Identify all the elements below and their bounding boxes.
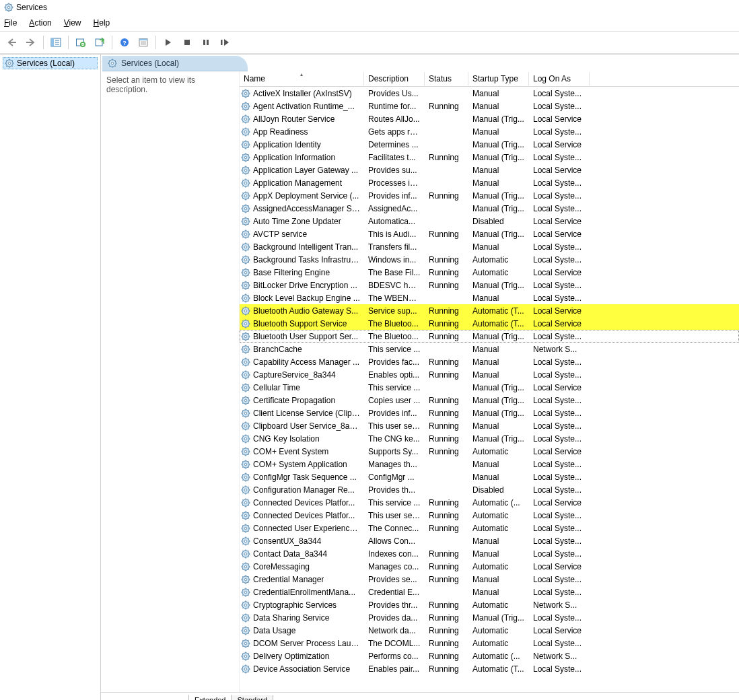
service-row[interactable]: App ReadinessGets apps re...ManualLocal … (240, 125, 739, 138)
service-row[interactable]: Cryptographic ServicesProvides thr...Run… (240, 598, 739, 611)
service-name-cell: Capability Access Manager ... (240, 357, 364, 367)
service-row[interactable]: CredentialEnrollmentMana...Credential E.… (240, 586, 739, 598)
service-row[interactable]: Bluetooth Audio Gateway S...Service sup.… (240, 304, 739, 317)
service-list-pane: Name ▴ Description Status Startup Type L… (239, 71, 739, 692)
service-row[interactable]: Certificate PropagationCopies user ...Ru… (240, 394, 739, 407)
service-row[interactable]: AllJoyn Router ServiceRoutes AllJo...Man… (240, 112, 739, 125)
start-service-button[interactable] (160, 34, 176, 50)
gear-icon (241, 281, 250, 290)
service-desc: Transfers fil... (364, 242, 425, 252)
service-row[interactable]: CNG Key IsolationThe CNG ke...RunningMan… (240, 432, 739, 445)
service-name-cell: Agent Activation Runtime_... (240, 102, 364, 111)
menu-file[interactable]: File (4, 18, 17, 28)
service-row[interactable]: COM+ Event SystemSupports Sy...RunningAu… (240, 445, 739, 458)
tab-extended[interactable]: Extended (188, 695, 232, 700)
list-body[interactable]: ActiveX Installer (AxInstSV)Provides Us.… (240, 87, 739, 692)
service-row[interactable]: Application IdentityDetermines ...Manual… (240, 138, 739, 151)
menu-action[interactable]: Action (29, 18, 51, 28)
service-name-cell: Contact Data_8a344 (240, 549, 364, 559)
help-button[interactable]: ? (116, 34, 133, 50)
service-startup: Automatic (... (468, 498, 529, 508)
service-name-cell: Connected Devices Platfor... (240, 511, 364, 520)
service-row[interactable]: Application InformationFacilitates t...R… (240, 151, 739, 164)
service-name-cell: Delivery Optimization (240, 652, 364, 661)
service-row[interactable]: ConsentUX_8a344Allows Con...ManualLocal … (240, 534, 739, 547)
service-name-cell: Data Sharing Service (240, 613, 364, 623)
forward-button[interactable] (23, 34, 39, 50)
service-row[interactable]: Base Filtering EngineThe Base Fil...Runn… (240, 266, 739, 279)
service-name-cell: AppX Deployment Service (... (240, 191, 364, 201)
menu-view[interactable]: View (64, 18, 81, 28)
service-row[interactable]: AssignedAccessManager Se...AssignedAc...… (240, 202, 739, 215)
service-row[interactable]: AppX Deployment Service (...Provides inf… (240, 189, 739, 202)
service-logon: Local Service (529, 447, 590, 456)
service-logon: Local Syste... (529, 511, 590, 520)
service-status: Running (425, 626, 468, 635)
service-row[interactable]: CaptureService_8a344Enables opti...Runni… (240, 368, 739, 381)
service-name-cell: AllJoyn Router Service (240, 114, 364, 124)
service-logon: Local Service (529, 498, 590, 508)
properties-button[interactable] (135, 34, 151, 50)
service-row[interactable]: Application ManagementProcesses in...Man… (240, 176, 739, 189)
pause-service-button[interactable] (198, 34, 214, 50)
service-row[interactable]: BitLocker Drive Encryption ...BDESVC hos… (240, 279, 739, 291)
service-row[interactable]: Connected User Experience...The Connec..… (240, 522, 739, 534)
tree-item-services-local[interactable]: Services (Local) (3, 57, 98, 69)
service-row[interactable]: Background Intelligent Tran...Transfers … (240, 240, 739, 253)
service-row[interactable]: CoreMessagingManages co...RunningAutomat… (240, 560, 739, 573)
service-startup: Manual (Trig... (468, 434, 529, 444)
service-name: Connected Devices Platfor... (253, 498, 355, 508)
col-description[interactable]: Description (364, 72, 425, 85)
service-row[interactable]: BranchCacheThis service ...ManualNetwork… (240, 343, 739, 355)
service-row[interactable]: Data UsageNetwork da...RunningAutomaticL… (240, 624, 739, 637)
service-row[interactable]: Cellular TimeThis service ...Manual (Tri… (240, 381, 739, 394)
col-status[interactable]: Status (425, 72, 468, 85)
tab-standard[interactable]: Standard (231, 695, 273, 700)
service-name-cell: Application Layer Gateway ... (240, 166, 364, 175)
export-button[interactable] (92, 34, 108, 50)
service-row[interactable]: Delivery OptimizationPerforms co...Runni… (240, 650, 739, 662)
service-row[interactable]: Bluetooth Support ServiceThe Bluetoo...R… (240, 317, 739, 330)
service-row[interactable]: Credential ManagerProvides se...RunningM… (240, 573, 739, 586)
service-row[interactable]: Configuration Manager Re...Provides th..… (240, 483, 739, 496)
service-row[interactable]: Block Level Backup Engine ...The WBENG..… (240, 291, 739, 304)
refresh-all-button[interactable] (73, 34, 89, 50)
service-name-cell: Auto Time Zone Updater (240, 217, 364, 226)
service-row[interactable]: Agent Activation Runtime_...Runtime for.… (240, 100, 739, 112)
service-row[interactable]: Bluetooth User Support Ser...The Bluetoo… (240, 330, 739, 343)
service-logon: Local Syste... (529, 127, 590, 137)
service-row[interactable]: COM+ System ApplicationManages th...Manu… (240, 458, 739, 470)
service-row[interactable]: Contact Data_8a344Indexes con...RunningM… (240, 547, 739, 560)
service-row[interactable]: Connected Devices Platfor...This user se… (240, 509, 739, 522)
service-row[interactable]: Clipboard User Service_8a344This user se… (240, 419, 739, 432)
col-name[interactable]: Name ▴ (240, 72, 364, 85)
service-name: Connected Devices Platfor... (253, 511, 355, 520)
service-row[interactable]: Auto Time Zone UpdaterAutomatica...Disab… (240, 215, 739, 228)
service-desc: Copies user ... (364, 396, 425, 405)
service-row[interactable]: Device Association ServiceEnables pair..… (240, 662, 739, 675)
back-button[interactable] (4, 34, 20, 50)
service-row[interactable]: AVCTP serviceThis is Audi...RunningManua… (240, 228, 739, 240)
service-row[interactable]: Background Tasks Infrastruc...Windows in… (240, 253, 739, 266)
service-row[interactable]: Application Layer Gateway ...Provides su… (240, 164, 739, 176)
service-row[interactable]: ActiveX Installer (AxInstSV)Provides Us.… (240, 87, 739, 100)
service-row[interactable]: Connected Devices Platfor...This service… (240, 496, 739, 509)
service-row[interactable]: DCOM Server Process Laun...The DCOML...R… (240, 637, 739, 650)
restart-service-button[interactable] (217, 34, 233, 50)
menu-help[interactable]: Help (94, 18, 110, 28)
service-row[interactable]: Data Sharing ServiceProvides da...Runnin… (240, 611, 739, 624)
show-hide-tree-button[interactable] (48, 34, 64, 50)
service-logon: Local Syste... (529, 473, 590, 482)
service-status: Running (425, 421, 468, 431)
service-status: Running (425, 664, 468, 674)
service-startup: Manual (Trig... (468, 613, 529, 623)
service-row[interactable]: Capability Access Manager ...Provides fa… (240, 355, 739, 368)
service-logon: Local Service (529, 562, 590, 571)
service-name: Background Intelligent Tran... (253, 242, 358, 252)
stop-service-button[interactable] (179, 34, 195, 50)
col-logon[interactable]: Log On As (529, 72, 590, 85)
service-row[interactable]: Client License Service (ClipS...Provides… (240, 407, 739, 419)
col-startup[interactable]: Startup Type (468, 72, 529, 85)
service-name: Capability Access Manager ... (253, 357, 359, 367)
service-row[interactable]: ConfigMgr Task Sequence ...ConfigMgr ...… (240, 470, 739, 483)
